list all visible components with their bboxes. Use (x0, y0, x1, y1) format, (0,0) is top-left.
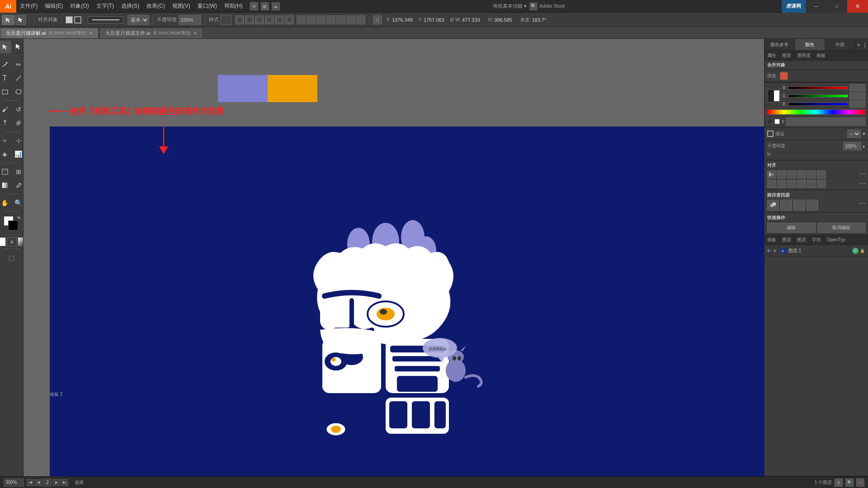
menu-window[interactable]: 窗口(W) (194, 0, 221, 12)
rpanel-tab-layers[interactable]: 图层 (779, 51, 794, 60)
menu-text[interactable]: 文字(T) (93, 0, 118, 12)
menu-view[interactable]: 视图(V) (169, 0, 194, 12)
layer-tab-opentype[interactable]: OpenTyp (824, 235, 848, 244)
opacity-input-field[interactable] (843, 142, 861, 150)
menu-select[interactable]: 选择(S) (118, 0, 143, 12)
gradient-color-mode[interactable] (18, 237, 24, 246)
free-transform-tool[interactable]: ⊹ (12, 134, 24, 147)
rpanel-tab-color-ref[interactable]: 颜色参考 (764, 39, 795, 50)
zoom-input[interactable] (4, 479, 24, 487)
layer-row-1[interactable]: 👁 ▶ A 图层 1 ✓ 🔒 (764, 245, 868, 257)
opacity-input[interactable] (179, 15, 201, 25)
layer-expand-arrow[interactable]: ▶ (774, 249, 778, 253)
b-input[interactable] (849, 100, 865, 108)
normal-color-mode[interactable] (0, 237, 6, 246)
dist-left-btn[interactable] (797, 180, 806, 188)
g-slider[interactable] (788, 94, 848, 98)
align-right-btn[interactable]: ⬛ (255, 15, 264, 24)
workspace-label[interactable]: 传统基本功能 ▾ (493, 3, 527, 9)
distribute-more-icon[interactable]: ⋯ (859, 180, 865, 188)
none-color-mode[interactable]: ⊘ (7, 237, 17, 246)
layer-lock-icon[interactable]: 🔒 (860, 249, 866, 253)
eyedropper-tool[interactable] (12, 179, 24, 192)
align-bottom-edges-btn[interactable] (817, 170, 826, 178)
scale-tool[interactable] (12, 117, 24, 129)
dist-right-btn[interactable] (817, 180, 826, 188)
dist-more-btn[interactable] (346, 15, 355, 24)
menu-object[interactable]: 对象(O) (66, 0, 92, 12)
align-top-edges-btn[interactable] (797, 170, 806, 178)
slice-tool[interactable]: ⊞ (12, 165, 24, 178)
tab-2[interactable]: 元旦是只猫源文件.ai @ 100% (RGB/预览) ✕ (99, 28, 203, 38)
pf-unite-btn[interactable] (767, 200, 779, 211)
change-screen-mode[interactable]: ⬚ (4, 251, 20, 264)
dist-v-btn[interactable] (307, 15, 316, 24)
chain-icon[interactable]: ⛓ (450, 18, 454, 22)
page-input[interactable] (43, 479, 52, 487)
select-tool[interactable] (0, 41, 11, 53)
edit-btn[interactable]: 编辑 (767, 223, 816, 233)
rpanel-tab-appearance[interactable]: 外观 (825, 39, 855, 50)
status-settings-btn[interactable]: ⚙ (835, 479, 843, 487)
b-slider[interactable] (788, 103, 848, 106)
color-preview-box[interactable] (767, 89, 781, 103)
align-left-btn[interactable]: ⬛ (235, 15, 244, 24)
artboard-tool[interactable] (0, 165, 11, 178)
swap-colors-icon[interactable]: ⇆ (17, 215, 21, 220)
dist-extra-btn[interactable] (356, 15, 365, 24)
stroke-box[interactable] (767, 131, 774, 137)
dist-h-center-btn[interactable] (777, 180, 786, 188)
menu-effect[interactable]: 效果(C) (143, 0, 169, 12)
pf-more-icon[interactable]: ⋯ (859, 200, 865, 211)
type-tool[interactable]: T (0, 72, 11, 84)
arrange-icons[interactable]: ⊞ (250, 2, 258, 10)
symbol-tool[interactable]: ◈ (0, 148, 11, 160)
align-right-edges-btn[interactable] (787, 170, 796, 178)
transform-icon[interactable]: ⬡ (373, 15, 382, 24)
dist-v-center-btn[interactable] (807, 180, 816, 188)
tab-2-close[interactable]: ✕ (193, 31, 197, 36)
cloud-icon[interactable]: ☁ (272, 2, 280, 10)
opacity-arrow[interactable]: ▸ (863, 144, 865, 149)
page-first-btn[interactable]: |◀ (27, 479, 34, 486)
close-btn[interactable]: ✕ (847, 0, 868, 13)
ungroup-btn[interactable]: 取消编组 (817, 223, 866, 233)
graph-tool[interactable]: 📊 (12, 148, 24, 160)
rpanel-tab-color[interactable]: 颜色 (795, 39, 825, 50)
direct-select-tool-icon[interactable] (15, 15, 26, 25)
r-slider[interactable] (788, 86, 848, 89)
page-next-btn[interactable]: ▶ (53, 479, 60, 486)
dist-edge-btn[interactable] (316, 15, 326, 24)
warp-tool[interactable]: ≈ (0, 134, 11, 147)
direct-select-tool[interactable] (12, 41, 24, 53)
r-input[interactable] (849, 84, 865, 91)
dist-bottom-btn[interactable] (787, 180, 796, 188)
pf-intersect-btn[interactable] (793, 200, 805, 211)
color-spectrum-bar[interactable] (767, 109, 865, 115)
menu-edit[interactable]: 编辑(E) (41, 0, 66, 12)
menu-file[interactable]: 文件(F) (16, 0, 41, 12)
layer-tab-layers-2[interactable]: 图层 (794, 235, 809, 244)
align-center-v-btn[interactable]: ⬛ (275, 15, 284, 24)
rect-tool[interactable] (0, 85, 11, 98)
status-zoom-in-btn[interactable]: + (856, 479, 864, 487)
align-more-icon[interactable]: ⋯ (859, 170, 865, 178)
rpanel-tab-properties[interactable]: 属性 (764, 51, 779, 60)
pf-exclude-btn[interactable] (807, 200, 818, 211)
layer-tab-artboard[interactable]: 画板 (764, 235, 779, 244)
layer-tab-layers[interactable]: 图层 (779, 235, 794, 244)
page-prev-btn[interactable]: ◀ (35, 479, 42, 486)
background-color[interactable] (8, 221, 18, 230)
rotate-tool[interactable]: ↺ (12, 103, 24, 116)
pencil-tool[interactable]: ✏ (12, 58, 24, 71)
zoom-tool[interactable]: 🔍 (12, 197, 24, 209)
hex-input[interactable] (786, 117, 865, 126)
tab-1[interactable]: 元旦是只猫讲解.ai @ 300% (RGB/预览) ✕ (0, 28, 99, 38)
g-input[interactable] (849, 92, 865, 99)
hex-white-swatch[interactable] (774, 119, 780, 124)
menu-help[interactable]: 帮助(H) (221, 0, 246, 12)
tab-1-close[interactable]: ✕ (89, 31, 93, 36)
dist-h-btn[interactable] (297, 15, 306, 24)
align-center-h-btn[interactable]: ⬛ (245, 15, 254, 24)
fill-color-box[interactable] (780, 72, 788, 80)
